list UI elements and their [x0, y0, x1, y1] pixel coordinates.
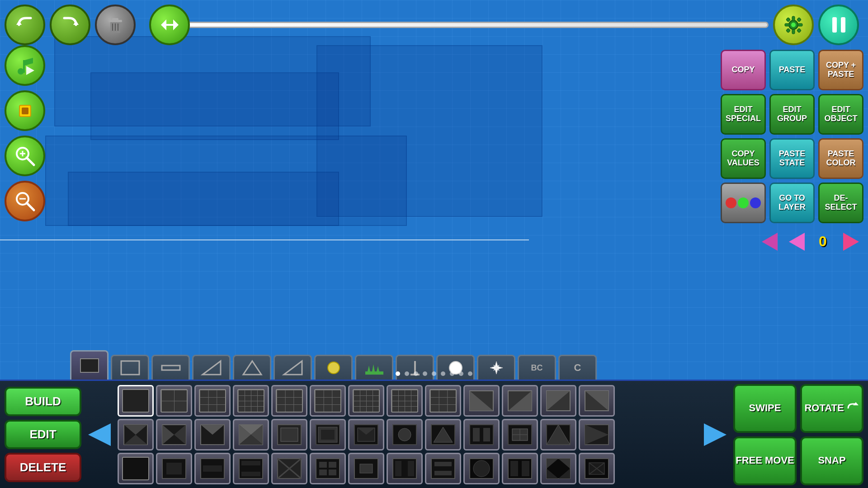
grid-item[interactable] — [463, 453, 500, 484]
grid-item[interactable] — [387, 453, 423, 484]
zoom-in-button[interactable] — [5, 136, 45, 176]
redo-button[interactable] — [50, 5, 90, 45]
grid-item[interactable] — [194, 419, 231, 450]
zoom-out-button[interactable] — [5, 181, 45, 221]
copy-button[interactable]: COPY — [721, 50, 766, 90]
grid-next-button[interactable] — [702, 421, 729, 448]
paste-color-button[interactable]: PASTE COLOR — [818, 138, 863, 179]
undo-button[interactable] — [5, 5, 45, 45]
grid-item[interactable] — [310, 453, 346, 484]
tab-blocks[interactable] — [70, 350, 108, 380]
page-dot-1[interactable] — [396, 371, 400, 376]
grid-item[interactable] — [118, 385, 154, 417]
music-play-button[interactable] — [5, 45, 45, 86]
grid-item[interactable] — [271, 385, 307, 417]
tab-thin[interactable] — [151, 355, 190, 380]
layer-prev-inner-arrow[interactable] — [787, 230, 807, 253]
grid-item[interactable] — [540, 453, 576, 484]
tab-diagonal[interactable] — [192, 355, 231, 380]
record-button[interactable] — [5, 90, 45, 131]
edit-group-button[interactable]: EDIT GROUP — [769, 94, 815, 135]
layer-number: 0 — [811, 233, 834, 250]
page-dot-3[interactable] — [414, 371, 418, 376]
page-dot-4[interactable] — [423, 371, 427, 376]
grid-item[interactable] — [463, 419, 500, 450]
delete-mode-button[interactable]: DELETE — [5, 453, 81, 482]
grid-item[interactable] — [387, 385, 423, 417]
tab-frames[interactable] — [111, 355, 149, 380]
edit-mode-button[interactable]: EDIT — [5, 420, 81, 449]
grid-item[interactable] — [271, 419, 307, 450]
pause-button[interactable] — [818, 5, 859, 45]
grid-item[interactable] — [540, 419, 576, 450]
grid-item[interactable] — [425, 385, 461, 417]
page-dot-2[interactable] — [405, 371, 409, 376]
free-move-button[interactable]: FREE MOVE — [733, 436, 797, 485]
grid-item[interactable] — [156, 385, 192, 417]
deselect-button[interactable]: DE- SELECT — [818, 183, 863, 223]
tab-orbs[interactable] — [314, 355, 353, 380]
edit-object-button[interactable]: EDIT OBJECT — [818, 94, 863, 135]
grid-item[interactable] — [118, 419, 154, 450]
snap-button[interactable]: SNAP — [800, 436, 863, 485]
tab-hazards[interactable] — [355, 355, 393, 380]
grid-item[interactable] — [233, 419, 269, 450]
grid-item[interactable] — [425, 453, 461, 484]
grid-item[interactable] — [502, 419, 538, 450]
grid-prev-button[interactable] — [86, 421, 113, 448]
grid-item[interactable] — [271, 453, 307, 484]
copy-paste-button[interactable]: COPY + PASTE — [818, 50, 863, 90]
grid-item[interactable] — [502, 453, 538, 484]
build-mode-button[interactable]: BUILD — [5, 387, 81, 416]
swipe-button[interactable]: SWIPE — [733, 384, 797, 433]
grid-item[interactable] — [194, 453, 231, 484]
grid-item[interactable] — [310, 419, 346, 450]
swipe-track[interactable] — [185, 22, 769, 28]
swipe-slider[interactable] — [149, 5, 769, 45]
svg-rect-102 — [203, 465, 222, 472]
page-dot-8[interactable] — [459, 371, 463, 376]
grid-item[interactable] — [579, 453, 615, 484]
svg-rect-26 — [19, 105, 31, 117]
trash-button[interactable] — [95, 5, 136, 45]
tab-effects[interactable] — [477, 355, 515, 380]
copy-values-button[interactable]: COPY VALUES — [721, 138, 766, 179]
layer-prev-arrow[interactable] — [757, 229, 782, 254]
svg-rect-4 — [112, 18, 118, 20]
grid-item[interactable] — [348, 453, 384, 484]
rotate-button[interactable]: ROTATE — [800, 384, 863, 433]
go-to-layer-button[interactable]: GO TO LAYER — [769, 183, 815, 223]
grid-item[interactable] — [502, 385, 538, 417]
page-dot-6[interactable] — [441, 371, 445, 376]
tab-slope[interactable] — [274, 355, 312, 380]
tab-colors[interactable]: C — [558, 355, 597, 380]
grid-item[interactable] — [233, 385, 269, 417]
grid-item[interactable] — [118, 453, 154, 484]
grid-item[interactable] — [579, 385, 615, 417]
grid-item[interactable] — [310, 385, 346, 417]
edit-special-button[interactable]: EDIT SPECIAL — [721, 94, 766, 135]
layer-next-arrow[interactable] — [839, 229, 863, 254]
grid-item[interactable] — [387, 419, 423, 450]
settings-button[interactable] — [773, 5, 814, 45]
page-dot-7[interactable] — [450, 371, 454, 376]
grid-item[interactable] — [194, 385, 231, 417]
page-dot-9[interactable] — [468, 371, 472, 376]
color-layer-button[interactable] — [721, 183, 766, 223]
paste-button[interactable]: PASTE — [769, 50, 815, 90]
tab-triggers[interactable]: BC — [518, 355, 556, 380]
paste-state-button[interactable]: PASTE STATE — [769, 138, 815, 179]
grid-item[interactable] — [425, 419, 461, 450]
grid-item[interactable] — [463, 385, 500, 417]
grid-item[interactable] — [579, 419, 615, 450]
grid-item[interactable] — [348, 419, 384, 450]
grid-item[interactable] — [156, 419, 192, 450]
page-dot-5[interactable] — [432, 371, 436, 376]
grid-item[interactable] — [540, 385, 576, 417]
grid-item[interactable] — [348, 385, 384, 417]
svg-rect-110 — [319, 462, 327, 468]
grid-item[interactable] — [233, 453, 269, 484]
tab-triangle[interactable] — [233, 355, 271, 380]
svg-marker-37 — [843, 233, 859, 251]
grid-item[interactable] — [156, 453, 192, 484]
